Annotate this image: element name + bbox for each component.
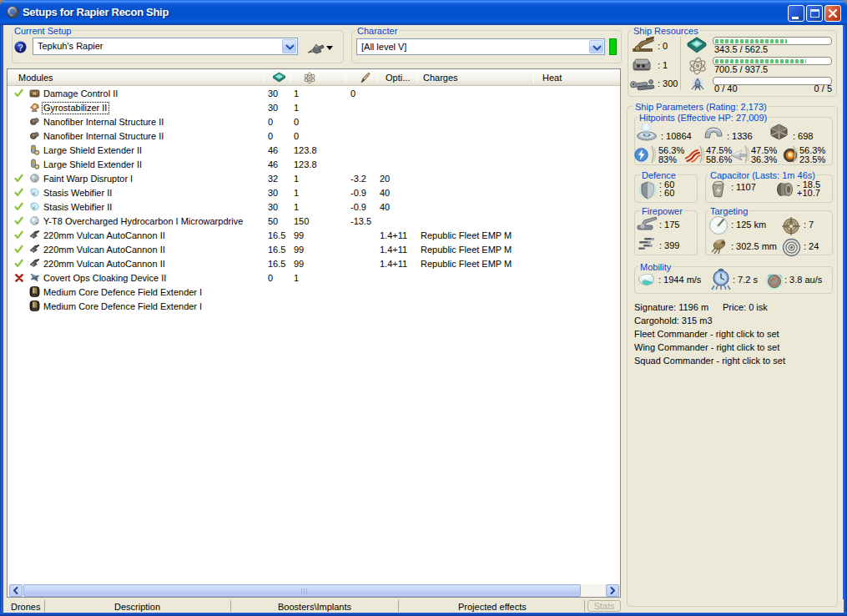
svg-text:?: ?	[18, 43, 23, 53]
